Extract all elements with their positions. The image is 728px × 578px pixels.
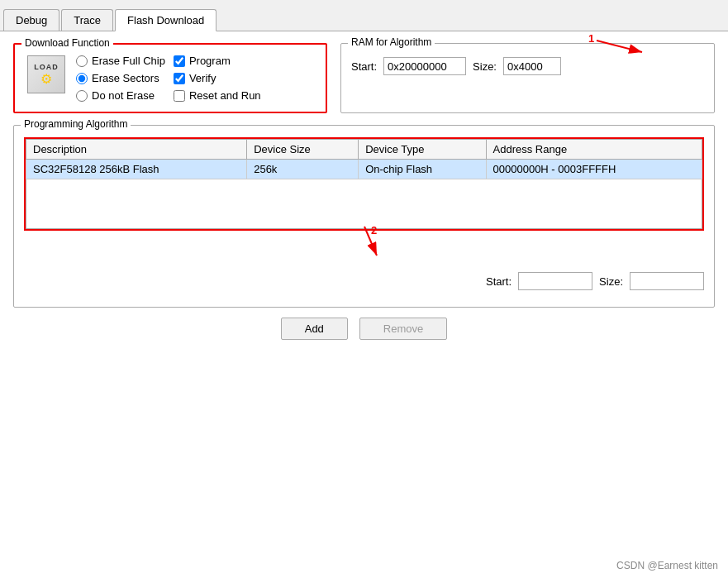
- svg-line-1: [597, 41, 642, 52]
- annotation-arrow-1: 1: [588, 34, 654, 57]
- check-reset-and-run-label: Reset and Run: [189, 89, 261, 102]
- check-reset-and-run-input[interactable]: [174, 90, 185, 102]
- radio-erase-full-chip-label: Erase Full Chip: [92, 55, 165, 67]
- check-program[interactable]: Program: [174, 55, 261, 67]
- programming-algorithm-group: Programming Algorithm Description Device…: [13, 125, 715, 308]
- add-button[interactable]: Add: [281, 318, 348, 340]
- radio-column: Erase Full Chip Erase Sectors Do not Era…: [76, 53, 165, 102]
- radio-erase-full-chip[interactable]: Erase Full Chip: [76, 55, 165, 67]
- algo-table: Description Device Size Device Type Addr…: [26, 139, 702, 229]
- algo-start-label: Start:: [486, 275, 512, 288]
- download-function-group: Download Function LOAD ⚙ Erase Full Chip: [13, 43, 327, 113]
- radio-do-not-erase-label: Do not Erase: [92, 89, 155, 102]
- ram-size-label: Size:: [473, 60, 497, 73]
- ram-group-label: RAM for Algorithm: [348, 36, 435, 48]
- ram-start-label: Start:: [351, 60, 377, 73]
- algo-start-input[interactable]: [518, 272, 592, 290]
- watermark: CSDN @Earnest kitten: [616, 560, 718, 571]
- check-verify-input[interactable]: [174, 73, 185, 84]
- algo-size-label: Size:: [599, 275, 623, 288]
- remove-button[interactable]: Remove: [359, 318, 447, 340]
- radio-erase-full-chip-input[interactable]: [76, 55, 88, 67]
- empty-area: 2: [24, 231, 704, 272]
- col-device-type: Device Type: [359, 140, 486, 160]
- ram-inner: 1 Start: Size:: [351, 52, 704, 75]
- check-verify[interactable]: Verify: [174, 72, 261, 84]
- tab-bar: Debug Trace Flash Download: [0, 0, 728, 31]
- tab-trace[interactable]: Trace: [61, 9, 113, 31]
- svg-text:2: 2: [371, 224, 377, 236]
- ram-start-input[interactable]: [383, 57, 466, 75]
- check-program-input[interactable]: [174, 55, 185, 67]
- algo-size-input[interactable]: [630, 272, 704, 290]
- empty-row: [26, 179, 702, 229]
- ram-size-input[interactable]: [503, 57, 561, 75]
- download-function-label: Download Function: [21, 37, 113, 49]
- svg-text:1: 1: [588, 34, 594, 45]
- table-row[interactable]: SC32F58128 256kB Flash 256k On-chip Flas…: [26, 160, 702, 179]
- load-icon: LOAD ⚙: [25, 53, 68, 96]
- ram-for-algorithm-group: RAM for Algorithm 1 Start: Size:: [340, 43, 715, 113]
- radio-erase-sectors-input[interactable]: [76, 73, 88, 84]
- table-header-row: Description Device Size Device Type Addr…: [26, 140, 702, 160]
- radio-do-not-erase-input[interactable]: [76, 90, 88, 102]
- cell-address-range: 00000000H - 0003FFFFH: [486, 160, 702, 179]
- radio-erase-sectors-label: Erase Sectors: [92, 72, 159, 84]
- algo-start-size-row: Start: Size:: [24, 272, 704, 290]
- radio-erase-sectors[interactable]: Erase Sectors: [76, 72, 165, 84]
- algo-table-wrapper: Description Device Size Device Type Addr…: [24, 137, 704, 231]
- top-row: Download Function LOAD ⚙ Erase Full Chip: [13, 43, 715, 113]
- check-verify-label: Verify: [189, 72, 216, 84]
- check-program-label: Program: [189, 55, 231, 67]
- radio-do-not-erase[interactable]: Do not Erase: [76, 89, 165, 102]
- col-description: Description: [26, 140, 247, 160]
- button-row: Add Remove: [13, 318, 715, 340]
- cell-description: SC32F58128 256kB Flash: [26, 160, 247, 179]
- cell-device-size: 256k: [247, 160, 359, 179]
- checkbox-column: Program Verify Reset and Run: [174, 53, 261, 102]
- col-device-size: Device Size: [247, 140, 359, 160]
- check-reset-and-run[interactable]: Reset and Run: [174, 89, 261, 102]
- annotation-arrow-2: 2: [340, 222, 439, 268]
- tab-flash-download[interactable]: Flash Download: [115, 9, 216, 31]
- main-content: Download Function LOAD ⚙ Erase Full Chip: [0, 31, 728, 578]
- download-function-inner: LOAD ⚙ Erase Full Chip Erase Sectors: [25, 53, 316, 102]
- col-address-range: Address Range: [486, 140, 702, 160]
- tab-debug[interactable]: Debug: [3, 9, 59, 31]
- cell-device-type: On-chip Flash: [359, 160, 486, 179]
- prog-algo-label: Programming Algorithm: [21, 118, 131, 130]
